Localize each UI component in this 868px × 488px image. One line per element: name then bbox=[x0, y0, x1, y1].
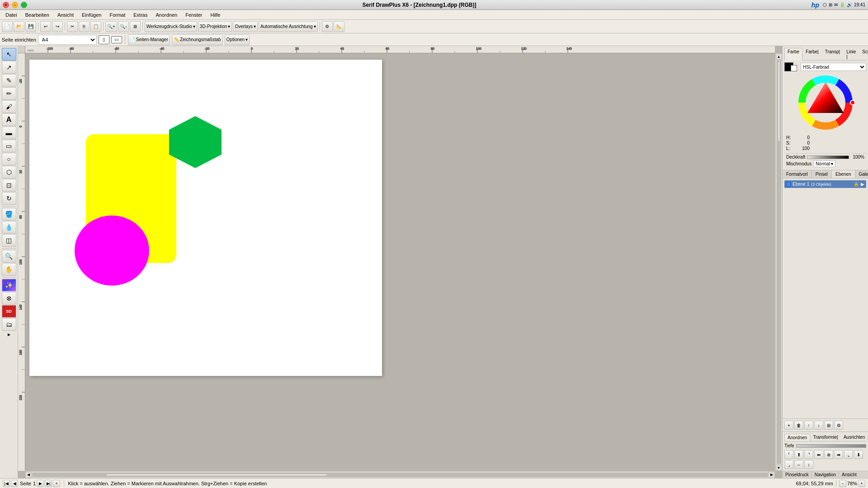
drawing-canvas[interactable] bbox=[29, 60, 382, 376]
canvas-area[interactable]: mm -100 -80 -60 -40 -20 bbox=[18, 46, 782, 478]
extra-btn2[interactable]: 📐 bbox=[334, 21, 344, 32]
align-tr-btn[interactable]: ⌝ bbox=[804, 450, 813, 459]
tab-transp[interactable]: Transp| bbox=[822, 48, 843, 60]
move-layer-up-btn[interactable]: ↑ bbox=[804, 421, 813, 430]
tab-ausrichten[interactable]: Ausrichten bbox=[841, 434, 868, 441]
depth-slider[interactable] bbox=[796, 444, 866, 448]
tab-farbe[interactable]: Farbe bbox=[784, 48, 802, 61]
tab-linie[interactable]: Linie | bbox=[843, 48, 859, 60]
expand-tool-btn[interactable]: ▶ bbox=[2, 331, 16, 338]
tab-ebenen[interactable]: Ebenen bbox=[832, 170, 855, 178]
symbol-tool[interactable]: SD bbox=[2, 305, 16, 318]
paint-tool[interactable]: 🖌 bbox=[2, 100, 16, 113]
zoom-in-status-btn[interactable]: + bbox=[858, 480, 865, 487]
layer-tool[interactable]: 🗂 bbox=[2, 318, 16, 331]
first-page-btn[interactable]: |◀ bbox=[3, 480, 10, 487]
tab-transformie[interactable]: Transformie| bbox=[810, 434, 841, 441]
add-page-btn[interactable]: + bbox=[53, 480, 60, 487]
menu-anordnen[interactable]: Anordnen bbox=[152, 11, 181, 19]
pen-tool[interactable]: ✎ bbox=[2, 74, 16, 87]
align-br-btn[interactable]: ⌟ bbox=[784, 460, 793, 469]
rect-tool[interactable]: ▭ bbox=[2, 140, 16, 152]
tab-galerie[interactable]: Galerie bbox=[855, 170, 868, 178]
tab-formatvorl[interactable]: Formatvorl bbox=[783, 170, 812, 178]
select-tool[interactable]: ↖ bbox=[2, 48, 16, 61]
zoom-tool[interactable]: 🔍 bbox=[2, 250, 16, 263]
new-button[interactable]: 📄 bbox=[2, 21, 13, 32]
text-tool[interactable]: A bbox=[2, 113, 16, 126]
menu-datei[interactable]: Datei bbox=[2, 11, 21, 19]
cut-button[interactable]: ✂ bbox=[67, 21, 78, 32]
landscape-btn[interactable]: ▭ bbox=[111, 36, 122, 43]
last-page-btn[interactable]: ▶| bbox=[45, 480, 52, 487]
scroll-right-button[interactable]: ▶ bbox=[769, 472, 775, 478]
menu-format[interactable]: Format bbox=[106, 11, 129, 19]
color-model-select[interactable]: HSL-Farbrad bbox=[801, 63, 866, 71]
page-size-select[interactable]: A4 bbox=[38, 35, 97, 45]
hand-tool[interactable]: ✋ bbox=[2, 263, 16, 276]
blend-mode-select[interactable]: Normal ▾ bbox=[813, 160, 835, 167]
menu-hilfe[interactable]: Hilfe bbox=[207, 11, 224, 19]
zoom-out-status-btn[interactable]: − bbox=[839, 480, 846, 487]
gradient-tool[interactable]: ◫ bbox=[2, 234, 16, 247]
shape-tool[interactable]: ⬡ bbox=[2, 166, 16, 178]
tab-anordnen[interactable]: Anordnen bbox=[784, 434, 810, 441]
effects-tool[interactable]: ✨ bbox=[2, 279, 16, 291]
color-wheel-wrapper[interactable] bbox=[796, 73, 855, 132]
drawing-scale-button[interactable]: 📏 Zeichnungsmaßstab bbox=[172, 34, 223, 45]
scroll-left-button[interactable]: ◀ bbox=[25, 472, 32, 478]
zoom-in-button[interactable]: 🔍+ bbox=[105, 21, 117, 32]
ansicht-label[interactable]: Ansicht bbox=[839, 471, 859, 478]
navigation-label[interactable]: Navigation bbox=[812, 471, 839, 478]
opacity-slider[interactable] bbox=[807, 155, 849, 159]
align-bl-btn[interactable]: ⌞ bbox=[844, 450, 853, 459]
scroll-down-button[interactable]: ▼ bbox=[776, 465, 782, 471]
save-button[interactable]: 💾 bbox=[25, 21, 36, 32]
overlays-button[interactable]: Overlays ▾ bbox=[233, 21, 257, 32]
align-mc-btn[interactable]: ⊕ bbox=[824, 450, 833, 459]
color-wheel-svg[interactable] bbox=[796, 73, 855, 132]
add-layer-btn[interactable]: + bbox=[784, 421, 793, 430]
extra-btn1[interactable]: ⚙ bbox=[322, 21, 333, 32]
portrait-btn[interactable]: ▯ bbox=[99, 35, 109, 44]
ellipse-tool[interactable]: ○ bbox=[2, 153, 16, 165]
menu-einfuegen[interactable]: Einfügen bbox=[78, 11, 105, 19]
crop-tool[interactable]: ⊡ bbox=[2, 179, 16, 192]
next-page-btn[interactable]: ▶ bbox=[37, 480, 44, 487]
3d-projektion-button[interactable]: 3D-Projektion ▾ bbox=[198, 21, 232, 32]
horizontal-scrollbar[interactable]: ◀ ▶ bbox=[25, 471, 775, 478]
scroll-up-button[interactable]: ▲ bbox=[776, 53, 782, 60]
layer-expand-icon[interactable]: ▶ bbox=[861, 182, 864, 187]
layer-lock-icon[interactable]: 🔒 bbox=[854, 182, 859, 187]
delete-layer-btn[interactable]: 🗑 bbox=[794, 421, 803, 430]
blend-tool[interactable]: ⊗ bbox=[2, 292, 16, 305]
vertical-scrollbar[interactable]: ▲ ▼ bbox=[775, 53, 782, 471]
distribute-h-btn[interactable]: ↔ bbox=[794, 460, 803, 469]
tab-farbe2[interactable]: Farbe| bbox=[802, 48, 822, 60]
frame-tool[interactable]: ▬ bbox=[2, 127, 16, 139]
align-tl-btn[interactable]: ⌜ bbox=[784, 450, 793, 459]
align-mr-btn[interactable]: ➡ bbox=[834, 450, 843, 459]
tab-schab[interactable]: Schab bbox=[859, 48, 868, 60]
layer-merge-btn[interactable]: ⊞ bbox=[824, 421, 833, 430]
distribute-v-btn[interactable]: ↕ bbox=[804, 460, 813, 469]
zoom-out-button[interactable]: 🔍- bbox=[118, 21, 129, 32]
menu-extras[interactable]: Extras bbox=[130, 11, 151, 19]
magenta-ellipse[interactable] bbox=[75, 216, 149, 286]
maximize-button[interactable]: □ bbox=[21, 2, 27, 8]
open-button[interactable]: 📂 bbox=[14, 21, 24, 32]
close-button[interactable]: ✕ bbox=[3, 2, 9, 8]
align-ml-btn[interactable]: ⬅ bbox=[814, 450, 823, 459]
copy-button[interactable]: ⎘ bbox=[79, 21, 90, 32]
auto-layout-button[interactable]: Automatische Ausrichtung ▾ bbox=[259, 21, 318, 32]
minimize-button[interactable]: – bbox=[12, 2, 18, 8]
scroll-thumb[interactable] bbox=[106, 474, 326, 476]
redo-button[interactable]: ↪ bbox=[52, 21, 63, 32]
rotate-tool[interactable]: ↻ bbox=[2, 192, 16, 205]
menu-ansicht[interactable]: Ansicht bbox=[54, 11, 77, 19]
background-swatch[interactable] bbox=[791, 65, 797, 71]
zoom-fit-button[interactable]: ⊞ bbox=[130, 21, 141, 32]
menu-bearbeiten[interactable]: Bearbeiten bbox=[22, 11, 53, 19]
move-layer-down-btn[interactable]: ↓ bbox=[814, 421, 823, 430]
prev-page-btn[interactable]: ◀ bbox=[11, 480, 18, 487]
